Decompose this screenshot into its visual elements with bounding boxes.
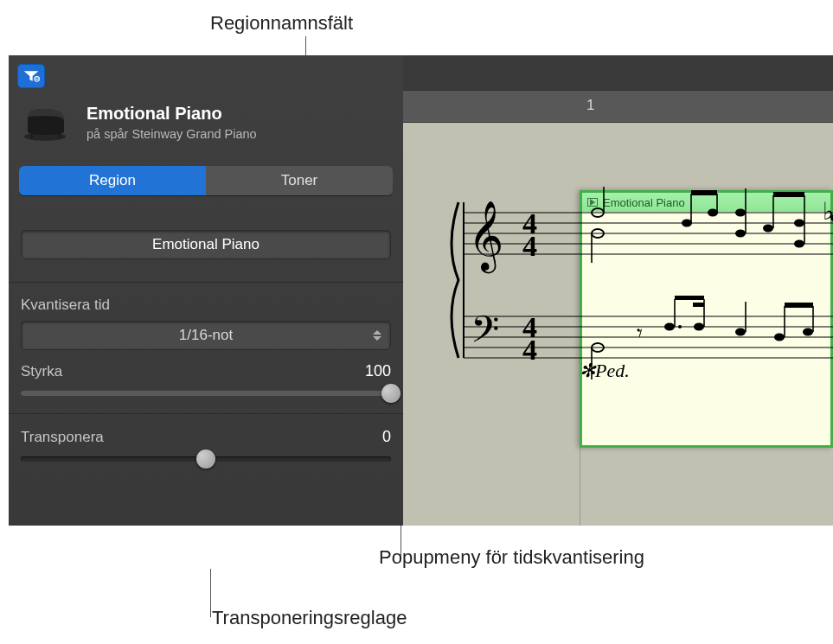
time-quantize-value: 1/16-not xyxy=(179,327,233,344)
svg-rect-30 xyxy=(691,190,717,195)
svg-rect-39 xyxy=(773,192,804,197)
filter-icon xyxy=(22,69,40,83)
svg-point-31 xyxy=(735,230,746,238)
bar-number: 1 xyxy=(586,97,594,114)
svg-point-45 xyxy=(664,323,675,331)
region-name-field[interactable] xyxy=(21,230,391,259)
svg-text:𝄢: 𝄢 xyxy=(471,309,499,359)
annotation-time-quantize: Popupmeny för tidskvantisering xyxy=(379,546,644,569)
annotation-transpose-slider: Transponeringsreglage xyxy=(212,607,407,629)
svg-point-37 xyxy=(794,240,804,248)
toolbar xyxy=(17,64,45,88)
svg-point-36 xyxy=(794,220,804,227)
strength-label: Styrka xyxy=(21,363,62,380)
svg-rect-51 xyxy=(693,303,704,307)
chevron-updown-icon xyxy=(373,330,381,341)
time-quantize-popup[interactable]: 1/16-not xyxy=(21,321,391,350)
svg-rect-50 xyxy=(675,296,704,300)
svg-rect-4 xyxy=(59,131,61,138)
svg-point-32 xyxy=(735,209,746,217)
tab-region[interactable]: Region xyxy=(19,166,206,195)
svg-text:4: 4 xyxy=(522,230,537,262)
svg-text:4: 4 xyxy=(522,334,537,366)
svg-point-54 xyxy=(774,334,785,341)
region-inspector-panel: Emotional Piano på spår Steinway Grand P… xyxy=(9,55,403,526)
editor-window: Emotional Piano på spår Steinway Grand P… xyxy=(9,55,833,526)
transpose-slider[interactable] xyxy=(21,456,391,462)
timeline-ruler[interactable]: 1 xyxy=(403,55,833,123)
track-header: Emotional Piano på spår Steinway Grand P… xyxy=(19,102,257,142)
strength-slider[interactable] xyxy=(21,391,391,396)
slider-thumb[interactable] xyxy=(381,384,400,403)
strength-value[interactable]: 100 xyxy=(365,362,391,380)
tab-notes[interactable]: Toner xyxy=(206,166,393,195)
svg-rect-58 xyxy=(785,303,813,308)
annotation-region-name-field: Regionnamnsfält xyxy=(210,12,353,35)
filter-button[interactable] xyxy=(17,64,45,88)
notation-staff: 𝄞 𝄢 4 4 4 4 xyxy=(429,176,833,384)
svg-point-55 xyxy=(803,328,813,336)
score-area[interactable]: Emotional Piano xyxy=(403,123,833,526)
svg-text:𝄞: 𝄞 xyxy=(468,201,503,274)
svg-point-52 xyxy=(735,328,746,336)
inspector-body: Kvantisera tid 1/16-not Styrka 100 xyxy=(9,207,403,479)
slider-thumb[interactable] xyxy=(196,450,215,469)
svg-text:𝄾: 𝄾 xyxy=(637,328,643,337)
svg-rect-3 xyxy=(31,131,33,138)
svg-point-48 xyxy=(694,323,704,331)
inspector-tabs: Region Toner xyxy=(19,166,393,195)
svg-point-34 xyxy=(763,225,773,233)
svg-text:♭: ♭ xyxy=(823,198,833,225)
pedal-mark: ✻Ped. xyxy=(580,360,630,382)
track-subtitle: på spår Steinway Grand Piano xyxy=(87,127,257,141)
score-editor-panel: 1 Emotional Piano xyxy=(403,55,833,526)
transpose-label: Transponera xyxy=(21,429,104,446)
piano-icon xyxy=(19,102,71,142)
transpose-value[interactable]: 0 xyxy=(382,428,391,446)
quantize-label: Kvantisera tid xyxy=(21,296,391,314)
svg-point-46 xyxy=(678,325,682,328)
region-title: Emotional Piano xyxy=(87,104,257,124)
leader-line xyxy=(210,569,211,617)
